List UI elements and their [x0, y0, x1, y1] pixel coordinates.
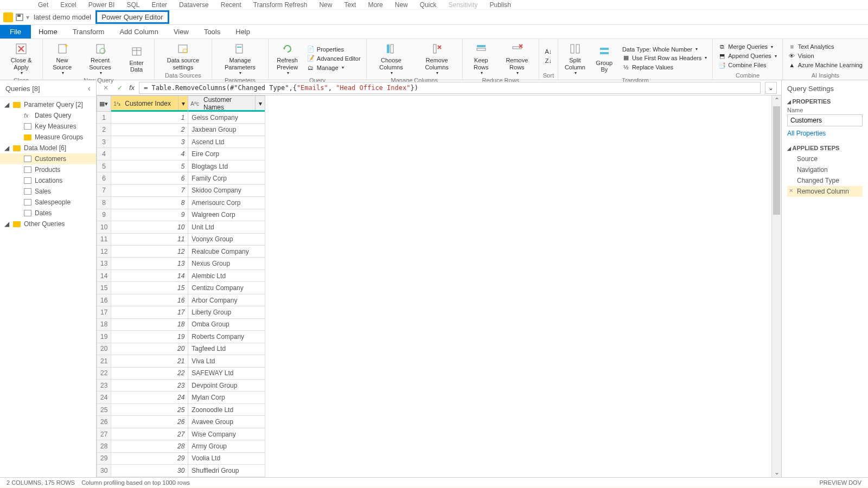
cell[interactable]: 7: [111, 184, 188, 196]
advanced-editor-button[interactable]: 📝Advanced Editor: [305, 54, 363, 63]
merge-queries-button[interactable]: ⧉Merge Queries ▾: [716, 42, 779, 51]
cell[interactable]: Tagfeed Ltd: [188, 343, 265, 355]
cell[interactable]: 30: [111, 465, 188, 477]
cell[interactable]: Blogtags Ltd: [188, 160, 265, 172]
manage-parameters-button[interactable]: Manage Parameters▾: [215, 40, 265, 76]
cell[interactable]: Roberts Company: [188, 331, 265, 343]
table-row[interactable]: 2222SAFEWAY Ltd: [97, 367, 265, 379]
table-row[interactable]: 2424Mylan Corp: [97, 391, 265, 403]
context-menu-item[interactable]: Excel: [60, 1, 76, 9]
table-row[interactable]: 1313Nexus Group: [97, 258, 265, 269]
vertical-scrollbar[interactable]: ⌃ ⌄: [771, 95, 781, 477]
cell[interactable]: Viva Ltd: [188, 355, 265, 367]
sort-asc-button[interactable]: A↓: [542, 47, 554, 56]
cell[interactable]: Arbor Company: [188, 294, 265, 306]
table-row[interactable]: 1818Omba Group: [97, 318, 265, 330]
tree-item[interactable]: Dates: [0, 208, 96, 219]
save-icon[interactable]: [15, 13, 24, 22]
query-name-input[interactable]: [787, 114, 863, 126]
tree-item[interactable]: Products: [0, 164, 96, 175]
new-source-button[interactable]: ✦New Source▾: [46, 40, 78, 76]
cell[interactable]: Jaxbean Group: [188, 124, 265, 136]
cell[interactable]: 27: [111, 428, 188, 440]
context-menu-item[interactable]: Recent: [221, 1, 241, 9]
table-row[interactable]: 2525Zoonoodle Ltd: [97, 403, 265, 415]
cell[interactable]: 11: [111, 233, 188, 245]
enter-data-button[interactable]: Enter Data: [122, 43, 151, 74]
table-row[interactable]: 2626Avavee Group: [97, 416, 265, 428]
cell[interactable]: 12: [111, 245, 188, 257]
cell[interactable]: Alembic Ltd: [188, 269, 265, 281]
cell[interactable]: Voolia Ltd: [188, 452, 265, 464]
cell[interactable]: Ascend Ltd: [188, 136, 265, 147]
table-row[interactable]: 1111Voonyx Group: [97, 233, 265, 245]
context-menu-item[interactable]: Text: [344, 1, 356, 9]
table-row[interactable]: 1010Unit Ltd: [97, 221, 265, 233]
cell[interactable]: Omba Group: [188, 318, 265, 330]
cell[interactable]: Army Group: [188, 440, 265, 452]
cell[interactable]: 8: [111, 197, 188, 209]
context-menu-item[interactable]: More: [368, 1, 382, 9]
tree-item[interactable]: Sales: [0, 186, 96, 197]
table-row[interactable]: 3030Shuffledri Group: [97, 465, 265, 477]
table-row[interactable]: 2020Tagfeed Ltd: [97, 343, 265, 355]
data-type-button[interactable]: Data Type: Whole Number ▾: [620, 46, 709, 53]
applied-step[interactable]: Navigation: [787, 164, 863, 175]
remove-columns-button[interactable]: Remove Columns▾: [414, 40, 458, 76]
cell[interactable]: Centizu Company: [188, 282, 265, 294]
tab-home[interactable]: Home: [31, 25, 65, 38]
cancel-formula-button[interactable]: ✕: [101, 84, 111, 92]
cell[interactable]: Liberty Group: [188, 306, 265, 318]
cell[interactable]: Eire Corp: [188, 148, 265, 160]
cell[interactable]: Voonyx Group: [188, 233, 265, 245]
commit-formula-button[interactable]: ✓: [115, 84, 125, 92]
cell[interactable]: 10: [111, 221, 188, 233]
table-row[interactable]: 88Amerisourc Corp: [97, 197, 265, 209]
cell[interactable]: 28: [111, 440, 188, 452]
applied-step[interactable]: Changed Type: [787, 175, 863, 186]
table-row[interactable]: 77Skidoo Company: [97, 184, 265, 196]
first-row-headers-button[interactable]: ▦Use First Row as Headers ▾: [620, 54, 709, 62]
azure-ml-button[interactable]: ▲Azure Machine Learning: [786, 61, 865, 69]
context-menu-item[interactable]: Get: [38, 1, 48, 9]
table-row[interactable]: 1212Realcube Company: [97, 245, 265, 257]
cell[interactable]: 18: [111, 318, 188, 330]
tab-file[interactable]: File: [0, 25, 31, 38]
scroll-thumb[interactable]: [773, 106, 780, 215]
refresh-preview-button[interactable]: Refresh Preview▾: [272, 40, 303, 76]
tab-view[interactable]: View: [166, 25, 196, 38]
collapse-pane-button[interactable]: ‹: [88, 84, 91, 93]
table-row[interactable]: 1414Alembic Ltd: [97, 269, 265, 281]
cell[interactable]: Skidoo Company: [188, 184, 265, 196]
tab-tools[interactable]: Tools: [196, 25, 228, 38]
tab-transform[interactable]: Transform: [65, 25, 112, 38]
cell[interactable]: 20: [111, 343, 188, 355]
cell[interactable]: Amerisourc Corp: [188, 197, 265, 209]
applied-step[interactable]: Source: [787, 153, 863, 164]
table-row[interactable]: 2121Viva Ltd: [97, 355, 265, 367]
context-menu-item[interactable]: Enter: [151, 1, 167, 9]
table-row[interactable]: 2929Voolia Ltd: [97, 452, 265, 464]
table-row[interactable]: 44Eire Corp: [97, 148, 265, 160]
cell[interactable]: Family Corp: [188, 172, 265, 184]
context-menu-item[interactable]: Publish: [490, 1, 511, 9]
context-menu-item[interactable]: Power BI: [88, 1, 115, 9]
table-corner[interactable]: ▦▾: [97, 96, 111, 112]
cell[interactable]: Walgreen Corp: [188, 209, 265, 221]
scroll-down-button[interactable]: ⌄: [772, 467, 781, 477]
table-row[interactable]: 1717Liberty Group: [97, 306, 265, 318]
remove-rows-button[interactable]: Remove Rows▾: [499, 40, 535, 76]
cell[interactable]: 6: [111, 172, 188, 184]
group-by-button[interactable]: Group By: [591, 43, 618, 74]
expand-formula-button[interactable]: ⌄: [765, 82, 777, 94]
split-column-button[interactable]: Split Column▾: [561, 40, 589, 76]
tab-add-column[interactable]: Add Column: [112, 25, 166, 38]
replace-values-button[interactable]: ½Replace Values: [620, 63, 709, 72]
combine-files-button[interactable]: 📑Combine Files: [716, 61, 779, 69]
cell[interactable]: 25: [111, 403, 188, 415]
tree-item[interactable]: Key Measures: [0, 121, 96, 132]
context-menu-item[interactable]: New: [319, 1, 332, 9]
context-menu-item[interactable]: Transform Refresh: [253, 1, 308, 9]
cell[interactable]: Mylan Corp: [188, 391, 265, 403]
column-header[interactable]: AᴮcCustomer Names▾: [188, 96, 265, 112]
